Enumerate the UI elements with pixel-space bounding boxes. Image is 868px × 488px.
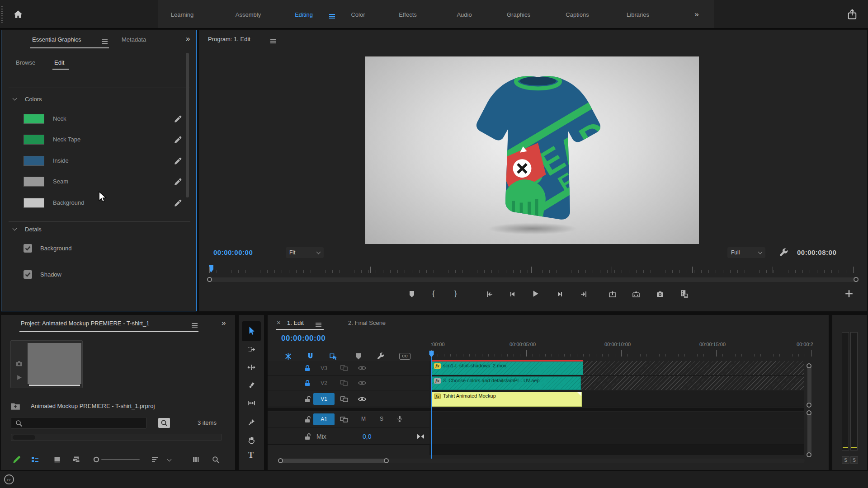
slip-tool[interactable] [247,399,256,407]
sort-button[interactable] [151,455,160,464]
scroll-handle[interactable] [807,363,811,368]
hand-tool[interactable] [247,436,256,444]
zoom-handle-left[interactable] [207,277,212,282]
voiceover-mic-icon[interactable] [396,415,403,423]
tab-project[interactable]: Project: Animated Mockup PREMIERE - T-sh… [21,320,149,327]
type-tool[interactable]: T [248,450,254,460]
scroll-handle[interactable] [807,403,811,408]
zoom-slider-knob[interactable] [93,456,100,463]
audio-tracks-scrollbar[interactable] [807,412,811,456]
timeline-ruler[interactable]: :00:00 00:00:05:00 00:00:10:00 00:00:15:… [429,340,823,357]
workspace-tab-effects[interactable]: Effects [399,11,417,18]
close-sequence-icon[interactable]: × [277,319,281,326]
workspace-overflow-button[interactable]: » [694,10,698,19]
workspace-tab-graphics[interactable]: Graphics [507,11,530,18]
snap-magnet-icon[interactable] [306,352,315,361]
fx-badge[interactable]: fx [434,378,441,384]
extract-button[interactable] [632,290,641,298]
color-swatch[interactable] [24,177,44,187]
zoom-handle-right[interactable] [384,458,389,463]
track-output-eye-icon[interactable] [358,365,367,371]
panel-menu-icon[interactable] [192,323,198,328]
lock-open-icon[interactable] [304,416,311,423]
background-checkbox[interactable] [24,244,32,253]
sync-lock-icon[interactable] [340,396,348,403]
sync-lock-icon[interactable] [340,365,348,371]
lock-closed-icon[interactable] [304,365,311,372]
color-swatch[interactable] [24,135,44,145]
clip-v1[interactable]: fx Tshirt Animated Mockup [431,392,582,407]
solo-right-button[interactable]: S [850,456,858,464]
subtab-browse[interactable]: Browse [16,59,35,66]
step-back-button[interactable] [509,290,517,298]
track-output-eye-icon[interactable] [358,380,367,386]
timeline-playhead-line[interactable] [431,357,432,459]
program-timecode[interactable]: 00:00:00:00 [213,249,253,256]
go-to-out-button[interactable] [580,290,588,298]
tab-metadata[interactable]: Metadata [122,36,146,43]
tab-sequence-2[interactable]: 2. Final Scene [348,319,386,326]
share-export-button[interactable] [846,8,858,21]
track-content-mix[interactable] [429,428,804,445]
export-frame-button[interactable] [656,290,665,298]
go-to-in-button[interactable] [486,290,494,298]
lock-open-icon[interactable] [304,395,311,403]
colors-section-chevron-icon[interactable] [13,96,17,101]
linked-selection-icon[interactable] [329,352,338,361]
zoom-handle-left[interactable] [278,458,283,463]
nest-toggle-icon[interactable] [284,352,292,361]
solo-button[interactable]: S [380,416,383,422]
program-ruler[interactable] [209,267,857,273]
pen-tool[interactable] [247,418,255,426]
workspace-tab-color[interactable]: Color [351,11,365,18]
video-audio-separator[interactable] [268,408,804,411]
add-marker-button[interactable] [408,290,416,298]
zoom-handle-right[interactable] [854,277,859,282]
eyedropper-icon[interactable] [174,115,182,123]
tab-program[interactable]: Program: 1. Edit [208,36,250,42]
workspace-tab-captions[interactable]: Captions [566,11,589,18]
play-button[interactable] [531,289,540,298]
sort-chevron-icon[interactable] [167,457,172,462]
solo-left-button[interactable]: S [842,456,849,464]
shadow-checkbox[interactable] [24,270,32,279]
project-scrollbar-thumb[interactable] [13,435,35,440]
track-label-v3[interactable]: V3 [313,362,335,374]
track-target-v1[interactable]: V1 [313,393,335,405]
workspace-tab-editing[interactable]: Editing [295,11,313,18]
scroll-handle[interactable] [807,452,811,457]
eyedropper-icon[interactable] [174,157,182,165]
timeline-timecode[interactable]: 00:00:00:00 [281,334,326,343]
eyedropper-icon[interactable] [174,136,182,144]
subtab-edit[interactable]: Edit [54,59,64,66]
panel-scrollbar[interactable] [186,53,189,197]
list-view-button[interactable] [30,455,39,464]
panel-overflow-button[interactable]: » [222,319,226,328]
timeline-playhead-icon[interactable] [429,350,434,358]
captions-badge[interactable]: CC [399,353,410,360]
timeline-h-scrollbar-thumb[interactable] [280,459,387,463]
home-button[interactable] [13,9,24,20]
sync-lock-icon[interactable] [340,380,348,386]
workspace-menu-icon[interactable] [329,14,335,19]
step-forward-button[interactable] [556,290,564,298]
track-output-eye-icon[interactable] [358,396,367,403]
resolution-select[interactable]: Full [727,247,765,258]
track-target-a1[interactable]: A1 [313,413,335,425]
panel-menu-icon[interactable] [316,323,321,327]
color-swatch[interactable] [24,114,44,124]
details-section-chevron-icon[interactable] [13,226,17,231]
track-select-tool[interactable] [247,346,256,354]
settings-wrench-icon[interactable] [779,248,789,258]
project-scrollbar[interactable] [11,434,222,441]
lift-button[interactable] [608,290,617,298]
fx-badge[interactable]: fx [434,394,441,399]
clip-v2[interactable]: fx 3. Choose colors and details/amPr - U… [431,376,581,390]
lock-closed-icon[interactable] [304,380,311,387]
video-tracks-scrollbar[interactable] [807,365,811,407]
project-file-row[interactable]: Animated Mockup PREMIERE - T-shirt_1.prp… [1,401,235,413]
workspace-tab-assembly[interactable]: Assembly [236,11,261,18]
fx-badge[interactable]: fx [434,363,441,369]
mark-in-button[interactable]: { [432,289,435,298]
details-section-title[interactable]: Detais [25,226,42,233]
